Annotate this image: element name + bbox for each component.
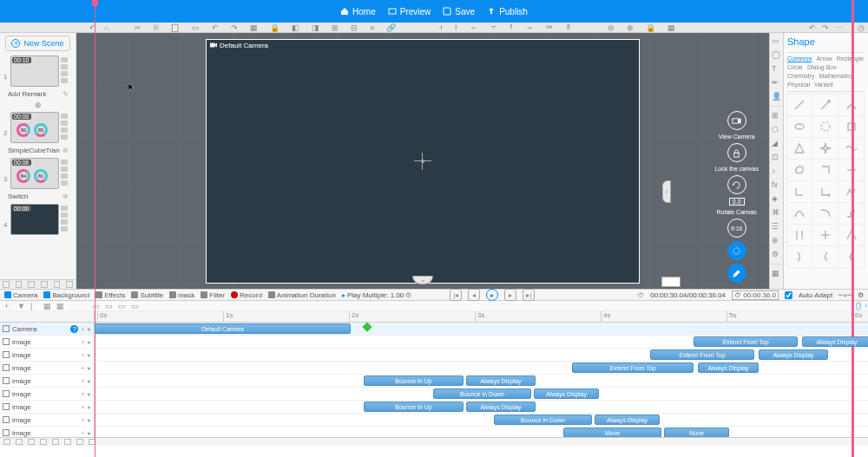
home-icon-small[interactable]: ⌂ bbox=[104, 23, 108, 32]
rt-icon[interactable]: ◯ bbox=[772, 50, 781, 60]
back-icon[interactable]: ◨ bbox=[312, 23, 319, 32]
rt-icon[interactable]: 👤 bbox=[772, 92, 781, 101]
tlf-icon[interactable] bbox=[3, 439, 10, 445]
tlt-icon[interactable]: ▦ bbox=[43, 302, 51, 310]
shape-curve2[interactable] bbox=[812, 202, 839, 225]
tool-icon[interactable]: ⊞ bbox=[332, 23, 339, 32]
timeline-track[interactable]: image+▸Bounce In UpAlways Display bbox=[0, 401, 868, 414]
scene-item[interactable]: 3 00:06 84 81 bbox=[0, 156, 76, 191]
rt-icon[interactable]: ⌘ bbox=[772, 208, 781, 218]
zoom-in-icon[interactable]: ⊕ bbox=[627, 23, 634, 32]
undo2-icon[interactable]: ↶ bbox=[212, 23, 219, 32]
rt-icon[interactable]: ♪ bbox=[772, 166, 781, 176]
rt-icon[interactable]: T bbox=[772, 64, 781, 74]
next-button[interactable]: ▸ bbox=[504, 289, 516, 301]
more-icon[interactable]: ⋯ bbox=[835, 23, 843, 32]
timeline-clip[interactable]: Default Camera bbox=[95, 323, 351, 334]
camera-opt[interactable]: Camera bbox=[4, 291, 37, 299]
align-l-icon[interactable]: ⫞ bbox=[438, 23, 443, 32]
grid-icon[interactable]: ▦ bbox=[667, 23, 675, 32]
fit-button[interactable] bbox=[727, 241, 746, 260]
shape-tab[interactable]: Chemistry bbox=[787, 73, 815, 79]
shape-cross[interactable] bbox=[812, 224, 839, 246]
redo-icon[interactable]: ↷ bbox=[231, 23, 238, 32]
shape-elbow[interactable] bbox=[812, 180, 839, 203]
shape-ellipse[interactable] bbox=[786, 115, 813, 138]
preview-button[interactable]: Preview bbox=[388, 7, 431, 16]
undo3-icon[interactable]: ↶ bbox=[809, 23, 816, 32]
shape-tab[interactable]: Arrow bbox=[816, 55, 832, 62]
tlf-icon[interactable] bbox=[64, 439, 71, 445]
rotate-canvas-button[interactable] bbox=[727, 175, 746, 194]
timeline-clip[interactable]: Always Display bbox=[759, 349, 828, 360]
align-c-icon[interactable]: ⫲ bbox=[455, 23, 457, 32]
shape-tab[interactable]: Common bbox=[787, 55, 812, 62]
tlt-icon[interactable]: + bbox=[4, 302, 12, 310]
timeline-track[interactable]: image+▸Bounce in DownAlways Display bbox=[0, 388, 868, 401]
scene-label[interactable]: SimpleCubeTran ⊕ bbox=[0, 145, 76, 156]
redo2-icon[interactable]: ↷ bbox=[822, 23, 829, 32]
timeline-clip[interactable]: Always Display bbox=[466, 375, 536, 386]
shape-tab[interactable]: Dialog Box bbox=[807, 64, 837, 70]
filter-opt[interactable]: Filter bbox=[201, 291, 225, 299]
shape-curve[interactable] bbox=[786, 202, 813, 225]
shape-triangle[interactable] bbox=[786, 137, 813, 160]
front-icon[interactable]: ◧ bbox=[292, 23, 299, 32]
shape-paren-r[interactable] bbox=[786, 245, 813, 268]
delete-icon[interactable]: ▦ bbox=[250, 23, 258, 32]
tlt-icon[interactable]: ▼ bbox=[17, 302, 25, 310]
timeline-track[interactable]: image+▸Bounce In UpAlways Display bbox=[0, 375, 868, 388]
align-t-icon[interactable]: ⫟ bbox=[490, 23, 497, 32]
shape-tab[interactable]: Variant bbox=[814, 82, 833, 88]
timeline-track[interactable]: image+▸Extend From TopAlways Display bbox=[0, 362, 868, 375]
select-icon[interactable]: ▭ bbox=[192, 23, 200, 32]
shape-blob[interactable] bbox=[786, 159, 813, 181]
tlt-icon[interactable]: ▭ bbox=[92, 302, 100, 310]
scene-label[interactable]: Switch ⊕ bbox=[0, 191, 76, 202]
view-camera-button[interactable] bbox=[727, 111, 746, 130]
timeline-clip[interactable]: Extend From Top bbox=[572, 362, 694, 373]
tlf-icon[interactable] bbox=[40, 439, 47, 445]
timeline-clip[interactable]: Always Display bbox=[595, 415, 660, 425]
shape-line[interactable] bbox=[786, 94, 813, 116]
rt-icon[interactable]: ⊡ bbox=[772, 153, 781, 162]
help-link[interactable]: Help bbox=[865, 302, 868, 310]
timeline-track[interactable]: image+▸Extend From TopAlways Display bbox=[0, 349, 868, 362]
timeline-track[interactable]: image+▸Bounce in DownAlways Display bbox=[0, 414, 868, 427]
subtitle-opt[interactable]: Subtitle bbox=[131, 291, 163, 299]
timeline-clip[interactable]: Bounce In Up bbox=[364, 402, 464, 412]
shape-split[interactable] bbox=[786, 224, 813, 246]
cut-icon[interactable]: ✂ bbox=[135, 23, 141, 32]
align-b-icon[interactable]: ⫠ bbox=[526, 23, 534, 32]
fx-opt[interactable]: Effects bbox=[95, 291, 125, 299]
autoadapt-check[interactable] bbox=[785, 291, 792, 299]
timeline-track[interactable]: Camera?+▸Default Camera bbox=[0, 323, 868, 336]
dist-v-icon[interactable]: ⇕ bbox=[565, 23, 572, 32]
zoom-out-icon[interactable]: ⊖ bbox=[608, 23, 615, 32]
next-kf-button[interactable]: ▸| bbox=[523, 289, 535, 301]
sf-icon[interactable] bbox=[16, 281, 23, 288]
expand-down-handle[interactable]: ⌄ bbox=[412, 276, 433, 284]
rt-icon[interactable]: ⬡ bbox=[772, 125, 781, 134]
tlt-icon[interactable]: ▭ bbox=[105, 302, 113, 310]
shape-tab[interactable]: Physical bbox=[787, 82, 810, 88]
shape-paren-l[interactable] bbox=[812, 245, 839, 268]
tool2-icon[interactable]: ⊟ bbox=[351, 23, 358, 32]
home-button[interactable]: Home bbox=[340, 7, 376, 16]
rt-icon[interactable]: ◈ bbox=[772, 194, 781, 204]
add-below-icon[interactable]: ⊕ bbox=[0, 100, 76, 110]
timeline-clip[interactable]: Bounce in Down bbox=[494, 415, 592, 425]
keyframe-marker[interactable] bbox=[362, 323, 372, 332]
sf-icon[interactable] bbox=[28, 281, 35, 288]
timeline-clip[interactable]: Extend From Top bbox=[694, 336, 798, 347]
timeline-track[interactable]: image+▸Extend From TopAlways Display bbox=[0, 336, 868, 349]
scene-label[interactable]: Add Remark ✎ bbox=[0, 88, 76, 100]
align-r-icon[interactable]: ⫠ bbox=[470, 23, 477, 32]
sf-icon[interactable] bbox=[66, 281, 73, 288]
tlt-icon[interactable]: | bbox=[30, 302, 38, 310]
shape-arrow[interactable] bbox=[812, 94, 839, 116]
aspect-button[interactable]: 9:16 bbox=[727, 219, 746, 238]
playmult-opt[interactable]: ▸Play Multiple: 1.00⚙ bbox=[342, 291, 411, 299]
copy-icon[interactable]: ⎘ bbox=[154, 23, 158, 32]
shape-angle[interactable] bbox=[786, 180, 813, 203]
